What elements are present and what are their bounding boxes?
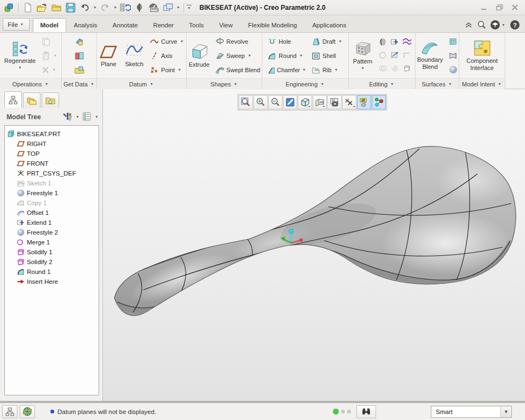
tree-settings-dropdown-icon[interactable] — [94, 114, 99, 119]
tree-item-solidify1[interactable]: Solidify 1 — [7, 247, 99, 257]
tree-item-freestyle2[interactable]: Freestyle 2 — [7, 228, 99, 237]
round-button[interactable]: Round — [266, 49, 308, 62]
zoom-out-button[interactable] — [268, 95, 282, 109]
project-icon[interactable] — [402, 38, 412, 47]
tree-settings-icon[interactable] — [83, 112, 91, 122]
open-folder-icon[interactable] — [50, 2, 63, 14]
tab-folder-browser-icon[interactable] — [23, 92, 41, 108]
model-player-icon[interactable] — [119, 2, 132, 14]
swept-blend-button[interactable]: Swept Blend — [214, 63, 262, 77]
solidify-icon[interactable] — [403, 65, 411, 73]
tab-model[interactable]: Model — [33, 18, 66, 32]
tab-model-tree-icon[interactable] — [4, 91, 22, 108]
save-icon[interactable] — [64, 2, 77, 14]
tab-render[interactable]: Render — [146, 18, 182, 32]
help-icon[interactable]: ? — [510, 20, 520, 30]
group-label-surfaces[interactable]: Surfaces — [416, 78, 459, 89]
tree-item-top[interactable]: TOP — [7, 149, 99, 159]
sketch-button[interactable]: Sketch — [122, 35, 146, 77]
zoom-region-button[interactable] — [239, 95, 253, 109]
tree-item-copy1[interactable]: Copy 1 — [7, 198, 99, 208]
redo-dropdown-icon[interactable] — [113, 5, 118, 10]
tree-item-offset1[interactable]: Offset 1 — [7, 208, 99, 218]
find-button[interactable] — [356, 405, 376, 418]
selection-filter-combobox[interactable]: Smart ▼ — [431, 406, 512, 418]
tree-item-merge1[interactable]: Merge 1 — [7, 237, 99, 247]
sweep-button[interactable]: Sweep — [214, 49, 262, 62]
component-interface-button[interactable]: Component Interface — [461, 35, 503, 77]
creo-logo-icon[interactable] — [2, 2, 15, 14]
revolve-button[interactable]: Revolve — [214, 35, 262, 48]
tree-item-solidify2[interactable]: Solidify 2 — [7, 257, 99, 267]
merge-icon[interactable] — [403, 51, 411, 60]
selection-filter-dropdown-icon[interactable]: ▼ — [500, 406, 511, 417]
chamfer-button[interactable]: Chamfer — [266, 63, 308, 77]
group-label-editing[interactable]: Editing — [349, 78, 415, 89]
bike-seat-model[interactable] — [103, 89, 525, 401]
refit-button[interactable] — [283, 95, 297, 109]
tree-tools-dropdown-icon[interactable] — [75, 114, 80, 119]
curve-button[interactable]: Curve — [148, 35, 186, 48]
tab-annotate[interactable]: Annotate — [105, 18, 146, 32]
intersect-icon[interactable] — [379, 65, 387, 73]
tree-item-part[interactable]: BIKESEAT.PRT — [7, 129, 99, 139]
tree-item-freestyle1[interactable]: Freestyle 1 — [7, 188, 99, 198]
toggle-model-tree-button[interactable] — [2, 405, 18, 418]
window-arrange-icon[interactable] — [161, 2, 175, 14]
freestyle-icon[interactable] — [447, 63, 459, 77]
group-label-get-data[interactable]: Get Data — [62, 78, 96, 89]
datum-display-filters-button[interactable] — [342, 95, 356, 109]
measure-icon[interactable] — [147, 2, 160, 14]
annotation-display-button[interactable] — [357, 95, 371, 109]
zoom-in-button[interactable] — [253, 95, 268, 109]
view-images-button[interactable] — [327, 95, 342, 109]
undo-icon[interactable] — [78, 2, 91, 14]
tree-item-front[interactable]: FRONT — [7, 159, 99, 168]
close-button[interactable] — [509, 3, 521, 13]
tab-tools[interactable]: Tools — [181, 18, 211, 32]
redo-icon[interactable] — [99, 2, 112, 14]
rib-button[interactable]: Rib — [310, 63, 344, 77]
open-file-icon[interactable] — [36, 2, 49, 14]
saved-orientations-button[interactable]: AB — [313, 95, 327, 109]
trim-icon[interactable] — [390, 51, 399, 60]
regenerate-button[interactable]: Regenerate — [2, 35, 38, 77]
group-label-shapes[interactable]: Shapes — [187, 78, 262, 89]
minimize-button[interactable] — [478, 3, 490, 13]
group-label-model-intent[interactable]: Model Intent — [459, 78, 505, 89]
point-button[interactable]: Point — [148, 63, 186, 77]
mirror-icon[interactable] — [378, 38, 387, 47]
fill-icon[interactable] — [447, 35, 459, 48]
user-defined-feature-button[interactable] — [73, 49, 86, 62]
tree-item-csys[interactable]: PRT_CSYS_DEF — [7, 168, 99, 178]
tree-item-right[interactable]: RIGHT — [7, 139, 99, 149]
tab-view[interactable]: View — [211, 18, 240, 32]
collapse-ribbon-icon[interactable] — [465, 22, 472, 28]
pattern-ref-icon[interactable] — [391, 65, 399, 73]
style-icon[interactable] — [447, 49, 459, 62]
extend-icon[interactable] — [390, 38, 399, 47]
group-label-engineering[interactable]: Engineering — [262, 78, 348, 89]
tab-favorites-icon[interactable] — [42, 92, 59, 108]
new-file-icon[interactable] — [21, 2, 34, 14]
customize-toolbar-icon[interactable] — [187, 5, 192, 10]
tree-item-sketch1[interactable]: Sketch 1 — [7, 178, 99, 188]
window-dropdown-icon[interactable] — [176, 5, 181, 10]
web-browser-button[interactable] — [20, 405, 35, 418]
hole-button[interactable]: Hole — [266, 35, 308, 48]
axis-button[interactable]: Axis — [148, 49, 186, 62]
tab-flexible-modeling[interactable]: Flexible Modeling — [240, 18, 305, 32]
tree-item-extend1[interactable]: Extend 1 — [7, 218, 99, 228]
draft-button[interactable]: Draft — [310, 35, 344, 48]
model-tree[interactable]: BIKESEAT.PRT RIGHT TOP FRONT PRT_CSYS_DE… — [4, 125, 99, 395]
group-label-datum[interactable]: Datum — [97, 78, 186, 89]
display-style-button[interactable] — [298, 95, 312, 109]
import-button[interactable] — [73, 35, 86, 48]
tab-analysis[interactable]: Analysis — [66, 18, 105, 32]
copy-button[interactable] — [40, 35, 59, 48]
restore-button[interactable] — [493, 3, 505, 13]
undo-dropdown-icon[interactable] — [93, 5, 97, 10]
tree-item-insert-here[interactable]: Insert Here — [7, 277, 99, 287]
learning-center-icon[interactable] — [491, 20, 506, 30]
offset-icon[interactable] — [379, 51, 387, 60]
